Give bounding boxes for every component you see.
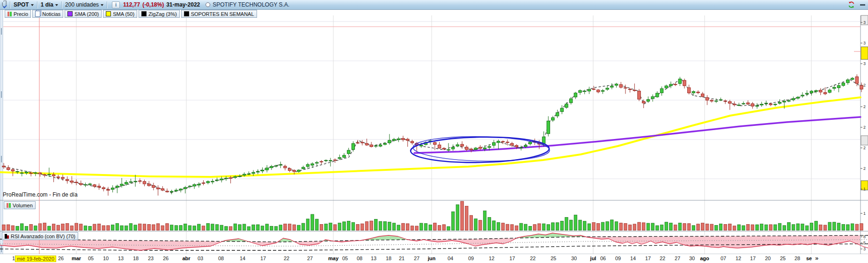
status-dot-icon: [206, 2, 210, 7]
prorealtime-chart-window: 3332222211853 SPOT 1 día 200 unidades i …: [0, 0, 868, 263]
axis-date-label: mar: [72, 256, 81, 261]
axis-date-label: 14: [240, 256, 245, 261]
minimize-icon[interactable]: [860, 4, 865, 6]
axis-digit: 3: [863, 20, 866, 25]
axis-date-label: 13: [118, 256, 124, 261]
axis-date-label: 18: [386, 256, 391, 261]
toolbar-separator: [107, 1, 107, 8]
axis-date-label: 14: [630, 256, 636, 261]
scroll-right-button[interactable]: »: [815, 255, 818, 262]
volume-icon: [7, 203, 11, 208]
date-axis: » 12mié 19-feb-202026mar051013182326abr0…: [0, 254, 868, 263]
legend-item-label: SMA (50): [113, 11, 134, 17]
axis-date-label: 23: [148, 256, 154, 261]
axis-date-label: 21: [399, 256, 405, 261]
chevron-down-icon: [55, 4, 58, 6]
axis-digit: 1: [863, 187, 866, 191]
timeframe-selector[interactable]: 1 día: [37, 0, 61, 9]
axis-date-label: jun: [428, 256, 436, 261]
axis-date-label: 22: [660, 256, 665, 261]
axis-date-label: 03: [198, 256, 203, 261]
legend-item-label: Noticias: [42, 11, 60, 17]
axis-date-label: 10: [103, 256, 109, 261]
axis-digit: 2: [863, 166, 866, 171]
axis-date-label: jul: [590, 256, 596, 261]
refresh-icon[interactable]: [847, 1, 855, 8]
axis-date-label: abr: [182, 256, 190, 261]
axis-date-label: 27: [414, 256, 419, 261]
axis-date-label: 25: [551, 256, 556, 261]
axis-date-label: 18: [133, 256, 139, 261]
axis-date-label: 17: [645, 256, 651, 261]
color-swatch-icon: [141, 11, 147, 16]
axis-digit: 1: [863, 211, 866, 216]
splitter-handle: [1, 28, 2, 35]
units-selector[interactable]: 200 unidades: [62, 0, 107, 9]
axis-digit: 2: [863, 146, 866, 150]
symbol-label: SPOT: [14, 1, 29, 8]
axis-digit: 5: [863, 241, 866, 245]
splitter-handle: [1, 91, 2, 98]
axis-date-label: se: [806, 256, 812, 261]
axis-date-label: 05: [342, 256, 348, 261]
axis-date-label: 12: [489, 256, 494, 261]
axis-date-label: 27: [675, 256, 680, 261]
axis-date-label: 26: [163, 256, 169, 261]
axis-date-label: 06: [600, 256, 606, 261]
axis-digit: 2: [863, 83, 866, 88]
info-icon[interactable]: i: [112, 1, 120, 8]
legend-item-noticias[interactable]: Noticias: [32, 10, 63, 18]
axis-date-label: ago: [700, 256, 709, 261]
link-pin-icon[interactable]: [0, 0, 10, 9]
axis-date-label: 04: [448, 256, 453, 261]
color-swatch-icon: [106, 11, 111, 16]
axis-date-label: 30: [689, 256, 695, 261]
legend-item-label: Precio: [14, 11, 28, 17]
axis-date-label: 07: [721, 256, 726, 261]
legend-item-sma-50[interactable]: SMA (50): [103, 10, 137, 18]
axis-date-label: 17: [509, 256, 515, 261]
axis-date-label: 22: [530, 256, 536, 261]
chart-canvas[interactable]: 3332222211853: [0, 0, 868, 263]
axis-date-label: 26: [58, 256, 64, 261]
volume-panel-label: Volumen: [13, 203, 33, 208]
legend-item-soportes-en-semanal[interactable]: SOPORTES EN SEMANAL: [181, 10, 257, 18]
axis-date-label: 30: [571, 256, 577, 261]
axis-date-label: 09: [615, 256, 621, 261]
axis-digit: 2: [863, 104, 866, 109]
legend-item-label: ZigZag (3%): [148, 11, 177, 17]
legend-item-precio[interactable]: Precio: [5, 10, 31, 18]
axis-date-label: 09: [468, 256, 474, 261]
legend-item-zigzag-3[interactable]: ZigZag (3%): [139, 10, 180, 18]
symbol-selector[interactable]: SPOT: [10, 0, 37, 9]
axis-digit: 3: [863, 41, 866, 45]
axis-date-label: 28: [794, 256, 800, 261]
axis-date-label: 05: [88, 256, 94, 261]
axis-date-label: 25: [780, 256, 786, 261]
legend-row: PrecioNoticiasSMA (200)SMA (50)ZigZag (3…: [5, 10, 257, 18]
quote-date: 31-may-2022: [166, 1, 200, 8]
rsi-panel-chip[interactable]: RSI Avanzado (con BV) (70): [2, 232, 78, 240]
timeframe-label: 1 día: [41, 1, 53, 8]
toolbar: SPOT 1 día 200 unidades i 112,77 (-0,18%…: [0, 0, 868, 10]
axis-marker-box: [861, 136, 868, 145]
axis-digit: 2: [863, 125, 866, 130]
price-change: (-0,18%): [142, 1, 164, 8]
axis-date-label: 08: [357, 256, 362, 261]
axis-date-label: may: [328, 256, 338, 261]
axis-date-label: 27: [307, 256, 313, 261]
last-price-label-box: [861, 47, 868, 59]
cursor-date-label: mié 19-feb-2020: [15, 256, 56, 262]
splitter-handle: [1, 156, 2, 162]
legend-item-label: SOPORTES EN SEMANAL: [191, 11, 254, 17]
company-name: SPOTIFY TECHNOLOGY S.A.: [213, 1, 289, 8]
legend-item-sma-200[interactable]: SMA (200): [65, 10, 102, 18]
legend-item-label: SMA (200): [74, 11, 99, 17]
units-label: 200 unidades: [65, 1, 99, 8]
color-swatch-icon: [184, 11, 189, 16]
color-swatch-icon: [67, 11, 73, 16]
axis-digit: 3: [863, 61, 866, 66]
volume-panel-chip[interactable]: Volumen: [4, 201, 36, 209]
price-candles-icon: [7, 12, 12, 16]
chevron-down-icon: [101, 4, 103, 6]
